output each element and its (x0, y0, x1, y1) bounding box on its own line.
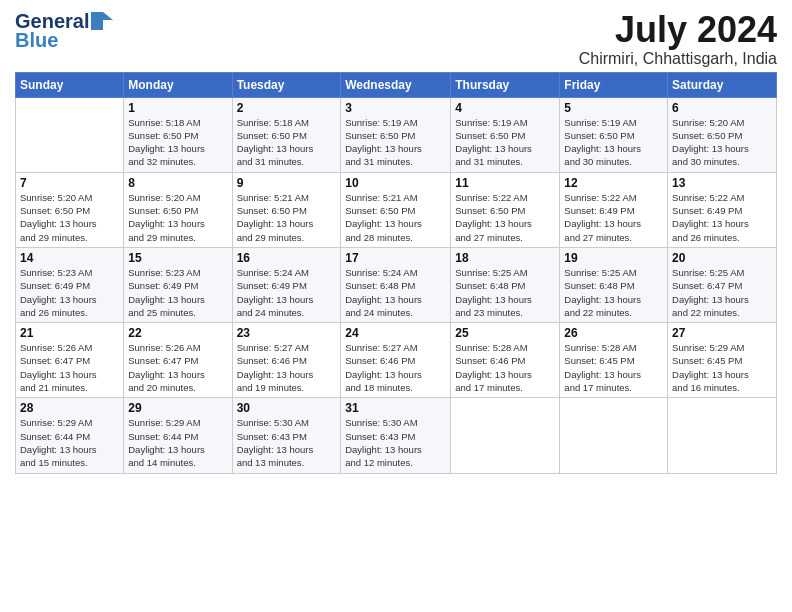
day-cell: 7Sunrise: 5:20 AM Sunset: 6:50 PM Daylig… (16, 172, 124, 247)
day-cell: 14Sunrise: 5:23 AM Sunset: 6:49 PM Dayli… (16, 247, 124, 322)
day-number: 10 (345, 176, 446, 190)
day-number: 27 (672, 326, 772, 340)
col-header-sunday: Sunday (16, 72, 124, 97)
day-number: 18 (455, 251, 555, 265)
day-cell (451, 398, 560, 473)
day-number: 17 (345, 251, 446, 265)
day-cell: 24Sunrise: 5:27 AM Sunset: 6:46 PM Dayli… (341, 323, 451, 398)
day-info: Sunrise: 5:20 AM Sunset: 6:50 PM Dayligh… (20, 191, 119, 244)
day-cell: 29Sunrise: 5:29 AM Sunset: 6:44 PM Dayli… (124, 398, 232, 473)
day-cell: 27Sunrise: 5:29 AM Sunset: 6:45 PM Dayli… (668, 323, 777, 398)
day-info: Sunrise: 5:27 AM Sunset: 6:46 PM Dayligh… (345, 341, 446, 394)
day-number: 30 (237, 401, 337, 415)
day-cell (16, 97, 124, 172)
day-info: Sunrise: 5:23 AM Sunset: 6:49 PM Dayligh… (20, 266, 119, 319)
col-header-thursday: Thursday (451, 72, 560, 97)
col-header-monday: Monday (124, 72, 232, 97)
day-cell: 15Sunrise: 5:23 AM Sunset: 6:49 PM Dayli… (124, 247, 232, 322)
day-info: Sunrise: 5:28 AM Sunset: 6:46 PM Dayligh… (455, 341, 555, 394)
day-cell: 1Sunrise: 5:18 AM Sunset: 6:50 PM Daylig… (124, 97, 232, 172)
day-number: 19 (564, 251, 663, 265)
day-number: 12 (564, 176, 663, 190)
day-info: Sunrise: 5:27 AM Sunset: 6:46 PM Dayligh… (237, 341, 337, 394)
day-info: Sunrise: 5:29 AM Sunset: 6:44 PM Dayligh… (20, 416, 119, 469)
day-info: Sunrise: 5:29 AM Sunset: 6:45 PM Dayligh… (672, 341, 772, 394)
day-cell: 9Sunrise: 5:21 AM Sunset: 6:50 PM Daylig… (232, 172, 341, 247)
day-number: 21 (20, 326, 119, 340)
col-header-friday: Friday (560, 72, 668, 97)
day-number: 31 (345, 401, 446, 415)
day-cell: 4Sunrise: 5:19 AM Sunset: 6:50 PM Daylig… (451, 97, 560, 172)
day-cell: 11Sunrise: 5:22 AM Sunset: 6:50 PM Dayli… (451, 172, 560, 247)
day-info: Sunrise: 5:26 AM Sunset: 6:47 PM Dayligh… (128, 341, 227, 394)
page-container: General Blue July 2024 Chirmiri, Chhatti… (0, 0, 792, 484)
day-info: Sunrise: 5:19 AM Sunset: 6:50 PM Dayligh… (345, 116, 446, 169)
day-cell: 28Sunrise: 5:29 AM Sunset: 6:44 PM Dayli… (16, 398, 124, 473)
month-title: July 2024 (579, 10, 777, 50)
day-cell: 16Sunrise: 5:24 AM Sunset: 6:49 PM Dayli… (232, 247, 341, 322)
day-info: Sunrise: 5:24 AM Sunset: 6:49 PM Dayligh… (237, 266, 337, 319)
day-info: Sunrise: 5:24 AM Sunset: 6:48 PM Dayligh… (345, 266, 446, 319)
day-info: Sunrise: 5:22 AM Sunset: 6:50 PM Dayligh… (455, 191, 555, 244)
day-info: Sunrise: 5:22 AM Sunset: 6:49 PM Dayligh… (672, 191, 772, 244)
day-info: Sunrise: 5:18 AM Sunset: 6:50 PM Dayligh… (237, 116, 337, 169)
day-cell: 3Sunrise: 5:19 AM Sunset: 6:50 PM Daylig… (341, 97, 451, 172)
week-row-1: 1Sunrise: 5:18 AM Sunset: 6:50 PM Daylig… (16, 97, 777, 172)
week-row-3: 14Sunrise: 5:23 AM Sunset: 6:49 PM Dayli… (16, 247, 777, 322)
day-number: 1 (128, 101, 227, 115)
day-number: 5 (564, 101, 663, 115)
day-number: 15 (128, 251, 227, 265)
day-info: Sunrise: 5:25 AM Sunset: 6:48 PM Dayligh… (455, 266, 555, 319)
day-number: 26 (564, 326, 663, 340)
day-number: 23 (237, 326, 337, 340)
day-info: Sunrise: 5:28 AM Sunset: 6:45 PM Dayligh… (564, 341, 663, 394)
day-number: 20 (672, 251, 772, 265)
day-number: 11 (455, 176, 555, 190)
day-info: Sunrise: 5:25 AM Sunset: 6:47 PM Dayligh… (672, 266, 772, 319)
day-info: Sunrise: 5:30 AM Sunset: 6:43 PM Dayligh… (237, 416, 337, 469)
week-row-4: 21Sunrise: 5:26 AM Sunset: 6:47 PM Dayli… (16, 323, 777, 398)
day-info: Sunrise: 5:20 AM Sunset: 6:50 PM Dayligh… (128, 191, 227, 244)
title-block: July 2024 Chirmiri, Chhattisgarh, India (579, 10, 777, 68)
day-cell: 13Sunrise: 5:22 AM Sunset: 6:49 PM Dayli… (668, 172, 777, 247)
logo: General Blue (15, 10, 113, 52)
day-cell: 8Sunrise: 5:20 AM Sunset: 6:50 PM Daylig… (124, 172, 232, 247)
day-number: 16 (237, 251, 337, 265)
day-cell: 25Sunrise: 5:28 AM Sunset: 6:46 PM Dayli… (451, 323, 560, 398)
day-cell: 2Sunrise: 5:18 AM Sunset: 6:50 PM Daylig… (232, 97, 341, 172)
day-cell: 10Sunrise: 5:21 AM Sunset: 6:50 PM Dayli… (341, 172, 451, 247)
day-info: Sunrise: 5:21 AM Sunset: 6:50 PM Dayligh… (237, 191, 337, 244)
day-info: Sunrise: 5:22 AM Sunset: 6:49 PM Dayligh… (564, 191, 663, 244)
day-number: 25 (455, 326, 555, 340)
day-cell: 22Sunrise: 5:26 AM Sunset: 6:47 PM Dayli… (124, 323, 232, 398)
day-number: 2 (237, 101, 337, 115)
day-cell: 17Sunrise: 5:24 AM Sunset: 6:48 PM Dayli… (341, 247, 451, 322)
day-info: Sunrise: 5:19 AM Sunset: 6:50 PM Dayligh… (564, 116, 663, 169)
day-number: 6 (672, 101, 772, 115)
day-info: Sunrise: 5:21 AM Sunset: 6:50 PM Dayligh… (345, 191, 446, 244)
day-info: Sunrise: 5:19 AM Sunset: 6:50 PM Dayligh… (455, 116, 555, 169)
day-number: 8 (128, 176, 227, 190)
day-cell: 31Sunrise: 5:30 AM Sunset: 6:43 PM Dayli… (341, 398, 451, 473)
day-info: Sunrise: 5:30 AM Sunset: 6:43 PM Dayligh… (345, 416, 446, 469)
day-number: 29 (128, 401, 227, 415)
day-cell: 20Sunrise: 5:25 AM Sunset: 6:47 PM Dayli… (668, 247, 777, 322)
day-number: 28 (20, 401, 119, 415)
logo-blue: Blue (15, 29, 58, 52)
day-info: Sunrise: 5:25 AM Sunset: 6:48 PM Dayligh… (564, 266, 663, 319)
col-header-saturday: Saturday (668, 72, 777, 97)
week-row-5: 28Sunrise: 5:29 AM Sunset: 6:44 PM Dayli… (16, 398, 777, 473)
day-info: Sunrise: 5:26 AM Sunset: 6:47 PM Dayligh… (20, 341, 119, 394)
day-number: 4 (455, 101, 555, 115)
day-cell (668, 398, 777, 473)
header-row: SundayMondayTuesdayWednesdayThursdayFrid… (16, 72, 777, 97)
col-header-wednesday: Wednesday (341, 72, 451, 97)
day-cell: 5Sunrise: 5:19 AM Sunset: 6:50 PM Daylig… (560, 97, 668, 172)
day-cell: 23Sunrise: 5:27 AM Sunset: 6:46 PM Dayli… (232, 323, 341, 398)
day-info: Sunrise: 5:23 AM Sunset: 6:49 PM Dayligh… (128, 266, 227, 319)
day-cell: 21Sunrise: 5:26 AM Sunset: 6:47 PM Dayli… (16, 323, 124, 398)
day-info: Sunrise: 5:18 AM Sunset: 6:50 PM Dayligh… (128, 116, 227, 169)
day-number: 24 (345, 326, 446, 340)
day-cell: 18Sunrise: 5:25 AM Sunset: 6:48 PM Dayli… (451, 247, 560, 322)
day-number: 22 (128, 326, 227, 340)
